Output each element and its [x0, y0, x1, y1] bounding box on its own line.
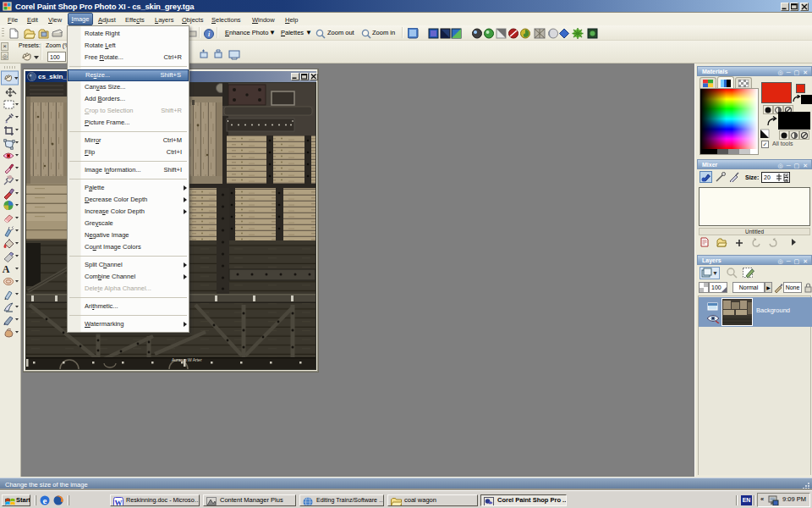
svg-text:W: W — [115, 499, 123, 507]
svg-text:e: e — [43, 495, 47, 505]
svg-text:A: A — [3, 263, 10, 275]
svg-text:Auran p:W Arter: Auran p:W Arter — [172, 357, 202, 362]
